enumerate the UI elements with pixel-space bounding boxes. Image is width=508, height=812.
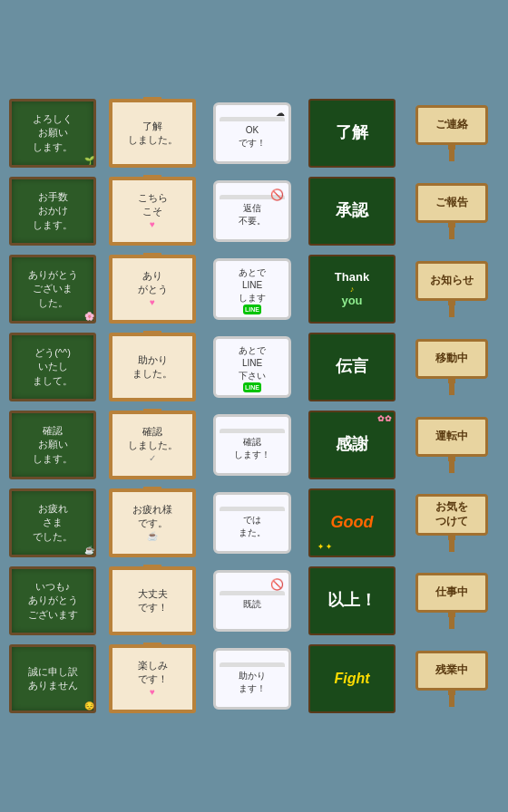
sticker-item-8[interactable]: 返信不要。🚫 — [207, 175, 298, 247]
phone-text: また。 — [239, 527, 266, 539]
sticker-item-19[interactable]: 伝言 — [307, 331, 397, 403]
sticker-item-39[interactable]: Fight — [307, 643, 397, 715]
wood-sign-content: お知らせ — [415, 261, 488, 301]
sticker-item-13[interactable]: あとでLINEしますLINE — [207, 253, 298, 325]
wood-frame-text: こそ — [142, 205, 162, 218]
sticker-item-33[interactable]: 既読🚫 — [207, 565, 298, 637]
chalkboard-text: どう(^^) — [34, 346, 71, 360]
sticker-item-1[interactable]: よろしくお願いします。🌱 — [7, 97, 98, 169]
chalkboard-text: ございま — [33, 282, 73, 295]
sticker-item-17[interactable]: 助かりました。 — [107, 331, 198, 403]
chalkboard-content: どう(^^)いたしまして。 — [9, 333, 96, 401]
prohibited-icon: 🚫 — [270, 577, 284, 593]
phone-text: します！ — [234, 449, 270, 461]
wood-sign-wrapper: お知らせ — [415, 255, 488, 324]
wood-sign-content: 移動中 — [415, 339, 488, 379]
phone-content: 返信不要。🚫 — [213, 180, 291, 242]
sticker-grid: よろしくお願いします。🌱了解しました。OKです！☁了解ご連絡お手数おかけします。… — [0, 90, 508, 722]
wood-sign-wrapper: 移動中 — [415, 333, 488, 401]
sign-text: お気を — [435, 500, 468, 515]
sticker-item-3[interactable]: OKです！☁ — [207, 97, 298, 169]
wood-sign-content: ご報告 — [415, 183, 488, 223]
sticker-item-6[interactable]: お手数おかけします。 — [7, 175, 98, 247]
wood-frame-content: ありがとう♥ — [109, 255, 196, 324]
sticker-item-31[interactable]: いつも♪ありがとうございます — [7, 565, 98, 637]
phone-top-bar — [220, 507, 285, 511]
heart-icon: ♥ — [150, 296, 155, 309]
phone-top-bar — [220, 429, 285, 433]
sticker-item-35[interactable]: 仕事中 — [406, 565, 497, 637]
chalkboard-text: ありがとう — [28, 594, 78, 607]
sticker-item-10[interactable]: ご報告 — [406, 175, 497, 247]
chalkboard-text: ありません — [28, 679, 78, 692]
wood-frame-text: がとう — [138, 283, 168, 296]
sticker-item-25[interactable]: 運転中 — [406, 409, 497, 481]
sticker-item-27[interactable]: お疲れ様です。☕ — [107, 487, 198, 559]
wood-frame-text: あり — [142, 269, 162, 283]
sticker-item-22[interactable]: 確認しました。✓ — [107, 409, 198, 481]
sticker-item-9[interactable]: 承認 — [307, 175, 397, 247]
sticker-item-38[interactable]: 助かります！ — [207, 643, 298, 715]
wood-frame-text: 了解 — [142, 120, 162, 133]
wood-sign-content: 残業中 — [415, 651, 488, 691]
sticker-item-24[interactable]: 感謝✿✿ — [307, 409, 397, 481]
sticker-item-20[interactable]: 移動中 — [406, 331, 497, 403]
sticker-item-29[interactable]: Good✦ ✦ — [307, 487, 397, 559]
sticker-item-37[interactable]: 楽しみです！♥ — [107, 643, 198, 715]
sticker-item-12[interactable]: ありがとう♥ — [107, 253, 198, 325]
phone-content: 確認します！ — [213, 414, 291, 476]
chalkboard-text: お疲れ — [38, 502, 68, 516]
chalkboard-text: さま — [43, 516, 63, 529]
sticker-item-26[interactable]: お疲れさまでした。☕ — [7, 487, 98, 559]
wood-frame-content: 楽しみです！♥ — [109, 644, 196, 713]
phone-content: ではまた。 — [213, 492, 291, 554]
phone-text: 不要。 — [239, 215, 266, 227]
board-text: 伝言 — [336, 357, 368, 377]
sticker-item-40[interactable]: 残業中 — [406, 643, 497, 715]
chalkboard-text: お手数 — [38, 190, 68, 204]
sticker-item-7[interactable]: こちらこそ♥ — [107, 175, 198, 247]
phone-text: ます！ — [239, 682, 266, 695]
wood-frame-text: こちら — [138, 191, 168, 205]
green-board-content: 以上！ — [308, 566, 396, 635]
chalkboard-text: でした。 — [33, 530, 73, 544]
phone-text: です！ — [239, 137, 266, 150]
wood-frame-text: です。 — [138, 517, 168, 530]
sticker-item-15[interactable]: お知らせ — [406, 253, 497, 325]
sticker-item-32[interactable]: 大丈夫です！ — [107, 565, 198, 637]
line-icon: LINE — [243, 304, 261, 315]
green-board-content: 伝言 — [308, 333, 396, 401]
green-board-content: Good✦ ✦ — [308, 488, 396, 557]
sign-text: 移動中 — [435, 352, 468, 366]
sticker-item-4[interactable]: 了解 — [307, 97, 397, 169]
phone-text: 返信 — [243, 202, 261, 215]
chalkboard-content: よろしくお願いします。🌱 — [9, 99, 96, 168]
sign-text: 運転中 — [435, 430, 468, 444]
chalkboard-text: します。 — [33, 218, 73, 232]
sticker-item-36[interactable]: 誠に申し訳ありません😔 — [7, 643, 98, 715]
thank-text: Thank — [335, 270, 369, 285]
line-icon: LINE — [243, 382, 261, 393]
sticker-item-14[interactable]: Thank♪you — [307, 253, 397, 325]
sticker-item-34[interactable]: 以上！ — [307, 565, 397, 637]
wood-sign-content: お気をつけて — [415, 494, 488, 535]
sticker-item-30[interactable]: お気をつけて — [406, 487, 497, 559]
phone-text: OK — [246, 124, 259, 137]
wood-frame-content: 大丈夫です！ — [109, 566, 196, 635]
sticker-item-18[interactable]: あとでLINE下さいLINE — [207, 331, 298, 403]
wood-sign-content: 仕事中 — [415, 573, 488, 613]
sticker-item-2[interactable]: 了解しました。 — [107, 97, 198, 169]
chalkboard-content: いつも♪ありがとうございます — [9, 566, 96, 635]
sticker-item-21[interactable]: 確認お願いします。 — [7, 409, 98, 481]
chalkboard-text: した。 — [38, 296, 68, 310]
sticker-item-23[interactable]: 確認します！ — [207, 409, 298, 481]
board-text: 感謝 — [336, 435, 368, 455]
phone-text: 既読 — [243, 598, 261, 611]
cup-icon: ☕ — [147, 530, 158, 543]
sticker-item-5[interactable]: ご連絡 — [406, 97, 497, 169]
sticker-item-28[interactable]: ではまた。 — [207, 487, 298, 559]
wood-sign-wrapper: 残業中 — [415, 644, 488, 713]
sticker-item-11[interactable]: ありがとうございました。🌸 — [7, 253, 98, 325]
green-board-content: Fight — [308, 644, 396, 713]
sticker-item-16[interactable]: どう(^^)いたしまして。 — [7, 331, 98, 403]
